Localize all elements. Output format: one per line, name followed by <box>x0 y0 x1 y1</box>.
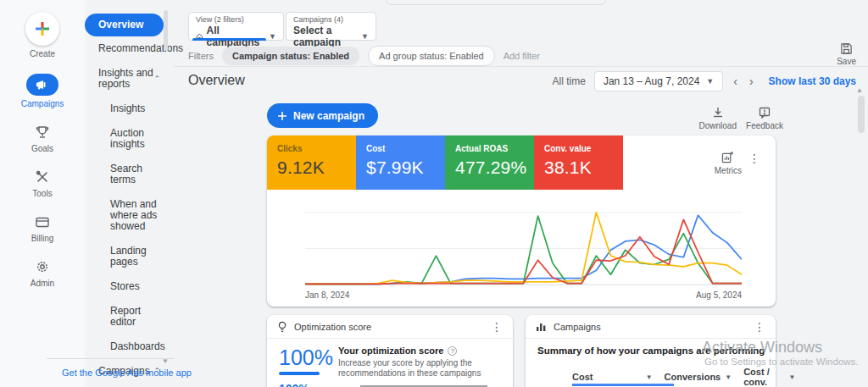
optimization-card-header: Optimization score ⋮ <box>267 315 513 339</box>
campaign-selector-value: Select a campaign <box>293 25 353 48</box>
activate-windows-subtext: Go to Settings to activate Windows. <box>704 357 859 367</box>
nav-item-insights[interactable]: Insights <box>85 97 174 121</box>
optimization-card-title: Optimization score <box>294 322 484 332</box>
chart-x-axis: Jan 8, 2024 Aug 5, 2024 <box>305 290 742 300</box>
next-range-button[interactable]: › <box>748 75 755 88</box>
help-icon[interactable]: ? <box>448 346 457 356</box>
chevron-down-icon: ▼ <box>788 373 795 381</box>
optimization-score-card: Optimization score ⋮ 100% Your optimizat… <box>267 315 513 387</box>
chart-end-date: Aug 5, 2024 <box>696 290 742 300</box>
prev-range-button[interactable]: ‹ <box>732 75 739 88</box>
megaphone-icon <box>26 74 58 96</box>
overview-chart <box>305 208 742 289</box>
main-content: View (2 filters) All campaigns ▼ Campaig… <box>174 0 868 387</box>
metrics-icon <box>721 151 734 163</box>
tools-label: Tools <box>32 189 52 198</box>
billing-label: Billing <box>31 234 54 243</box>
create-button[interactable]: Create <box>25 12 59 58</box>
mobile-app-link[interactable]: Get the Google Ads mobile app <box>47 358 174 387</box>
left-nav: Overview Recommendations Insights and re… <box>85 0 174 387</box>
filter-chip-ad-group-status[interactable]: Ad group status: Enabled <box>368 46 495 66</box>
optimization-heading: Your optimization score ? <box>338 346 504 356</box>
new-campaign-button[interactable]: New campaign <box>267 103 378 128</box>
optimization-progress-bar <box>279 372 320 375</box>
performance-chart[interactable] <box>305 208 742 289</box>
nav-item-when-and-where-ads-showed[interactable]: When and where ads showed <box>85 192 174 239</box>
scorecards: Clicks 9.12K Cost $7.99K Actual ROAS 477… <box>267 135 623 190</box>
nav-item-dashboards[interactable]: Dashboards <box>85 334 174 359</box>
goals-label: Goals <box>31 144 53 153</box>
nav-item-recommendations[interactable]: Recommendations <box>85 36 174 61</box>
nav-item-landing-pages[interactable]: Landing pages <box>85 239 174 274</box>
app-rail: Create Campaigns Goals Tools <box>0 0 85 387</box>
lightbulb-icon <box>277 321 287 333</box>
chevron-down-icon: ▼ <box>725 373 732 381</box>
chevron-up-icon: ⌃ <box>153 74 160 85</box>
show-last-30-days-link[interactable]: Show last 30 days <box>769 75 856 87</box>
view-selector-value: All campaigns <box>207 25 261 48</box>
filter-chip-campaign-status[interactable]: Campaign status: Enabled <box>222 47 359 65</box>
scorecard-actual-roas[interactable]: Actual ROAS 477.29% <box>445 135 534 190</box>
nav-item-auction-insights[interactable]: Auction insights <box>85 121 174 157</box>
save-icon <box>840 42 853 55</box>
chevron-down-icon: ▼ <box>361 32 369 41</box>
scorecard-cost[interactable]: Cost $7.99K <box>356 135 445 190</box>
campaign-selector[interactable]: Campaigns (4) Select a campaign ▼ <box>286 12 376 41</box>
mobile-app-label: Get the Google Ads mobile app <box>62 368 192 378</box>
page-title: Overview <box>188 73 245 88</box>
chevron-down-icon: ▼ <box>706 77 714 86</box>
divider <box>174 66 868 67</box>
bar-chart-icon <box>536 322 547 332</box>
scorecard-conv-value[interactable]: Conv. value 38.1K <box>534 135 623 190</box>
billing-card-icon <box>34 213 51 230</box>
metrics-button[interactable]: Metrics <box>715 151 742 175</box>
save-button[interactable]: Save <box>837 42 856 66</box>
search-box-partial[interactable] <box>386 0 606 5</box>
download-icon <box>712 107 724 119</box>
trophy-icon <box>34 124 51 141</box>
clipped-score-row: 100% <box>279 382 487 387</box>
date-range-picker[interactable]: Jan 13 – Aug 7, 2024 ▼ <box>594 71 723 91</box>
download-button[interactable]: Download <box>699 107 737 130</box>
date-range-label: All time <box>553 75 586 87</box>
rail-item-goals[interactable]: Goals <box>31 124 53 153</box>
nav-item-stores[interactable]: Stores <box>85 274 174 299</box>
campaigns-label: Campaigns <box>21 99 64 108</box>
nav-item-overview[interactable]: Overview <box>85 14 164 36</box>
plus-icon <box>277 111 287 121</box>
optimization-card-menu[interactable]: ⋮ <box>491 321 503 333</box>
optimization-score-value: 100% <box>279 346 333 370</box>
create-plus-icon <box>25 12 59 46</box>
view-selector-active-underline <box>192 38 266 41</box>
campaign-selector-label: Campaigns (4) <box>293 15 369 24</box>
nav-item-search-terms[interactable]: Search terms <box>85 157 174 192</box>
nav-item-report-editor[interactable]: Report editor <box>85 299 174 334</box>
filters-bar: Filters Campaign status: Enabled Ad grou… <box>188 46 540 66</box>
main-scrollbar[interactable] <box>858 96 865 133</box>
view-selector[interactable]: View (2 filters) All campaigns ▼ <box>188 12 284 41</box>
campaigns-card-header: Campaigns ⋮ <box>526 315 776 339</box>
conversions-dropdown[interactable]: Conversions▼ <box>665 367 732 387</box>
campaigns-card-menu[interactable]: ⋮ <box>754 321 765 333</box>
filters-label: Filters <box>188 51 214 61</box>
feedback-button[interactable]: Feedback <box>746 107 783 130</box>
overview-chart-panel: Clicks 9.12K Cost $7.99K Actual ROAS 477… <box>267 135 776 307</box>
view-selector-label: View (2 filters) <box>196 15 276 24</box>
scorecard-clicks[interactable]: Clicks 9.12K <box>267 135 356 190</box>
cost-per-conv-dropdown[interactable]: Cost / conv.▼ <box>743 367 795 387</box>
optimization-description: Increase your score by applying the reco… <box>338 358 504 379</box>
feedback-icon <box>759 107 771 119</box>
scroll-up-icon[interactable]: ▲ <box>856 86 863 94</box>
rail-item-admin[interactable]: Admin <box>31 258 54 288</box>
rail-item-tools[interactable]: Tools <box>32 169 52 198</box>
rail-item-campaigns[interactable]: Campaigns <box>21 74 64 108</box>
nav-scrollbar[interactable] <box>164 10 168 51</box>
panel-more-menu[interactable]: ⋮ <box>748 152 760 164</box>
nav-section-insights-and-reports[interactable]: Insights and reports ⌃ <box>85 61 174 97</box>
tools-icon <box>34 169 51 185</box>
chevron-down-icon: ▼ <box>646 373 653 381</box>
gear-icon <box>34 258 51 275</box>
date-range-bar: All time Jan 13 – Aug 7, 2024 ▼ ‹ › Show… <box>553 71 856 91</box>
rail-item-billing[interactable]: Billing <box>31 213 54 243</box>
add-filter-button[interactable]: Add filter <box>504 51 540 61</box>
